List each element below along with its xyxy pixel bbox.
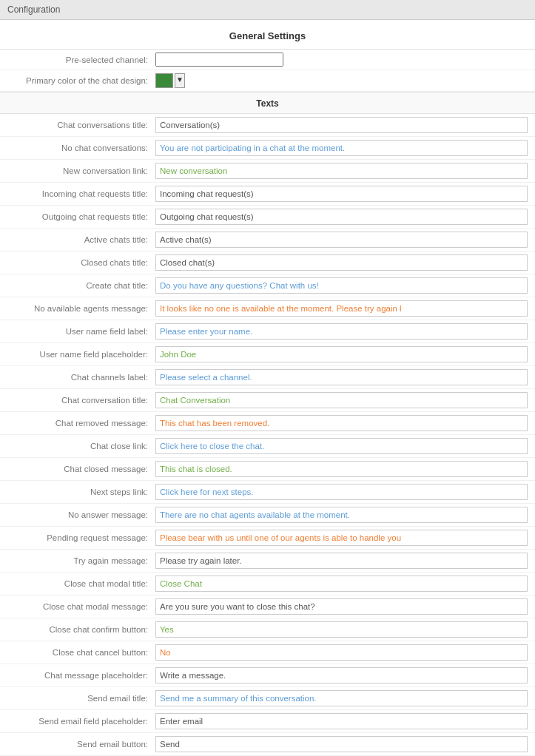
field-chat-close-link: [155, 438, 528, 454]
field-chat-conversations-title: [155, 117, 528, 133]
input-no-available-agents-message[interactable]: [155, 300, 528, 317]
input-close-chat-confirm-button[interactable]: [155, 621, 528, 638]
field-close-chat-cancel-button: [155, 644, 528, 661]
label-user-name-field-placeholder: User name field placeholder:: [7, 350, 155, 359]
field-send-email-field-placeholder: [155, 713, 528, 729]
preselected-channel-input[interactable]: [155, 53, 283, 67]
input-next-steps-link[interactable]: [155, 484, 528, 500]
text-field-row-try-again-message: Try again message:: [0, 550, 535, 573]
text-field-row-no-answer-message: No answer message:: [0, 504, 535, 527]
text-field-row-no-available-agents-message: No available agents message:: [0, 297, 535, 320]
field-send-email-title: [155, 690, 528, 706]
field-active-chats-title: [155, 232, 528, 248]
preselected-channel-row: Pre-selected channel:: [0, 50, 535, 70]
input-chat-close-link[interactable]: [155, 438, 528, 454]
label-chat-conversation-title: Chat conversation title:: [7, 396, 155, 405]
text-field-row-user-name-field-label: User name field label:: [0, 320, 535, 343]
label-close-chat-modal-message: Close chat modal message:: [7, 602, 155, 611]
label-user-name-field-label: User name field label:: [7, 327, 155, 336]
text-field-row-close-chat-modal-message: Close chat modal message:: [0, 595, 535, 618]
text-field-row-no-chat-conversations: No chat conversations:: [0, 137, 535, 160]
label-next-steps-link: Next steps link:: [7, 487, 155, 496]
preselected-channel-label: Pre-selected channel:: [7, 55, 155, 64]
input-close-chat-cancel-button[interactable]: [155, 644, 528, 661]
text-field-row-closed-chats-title: Closed chats title:: [0, 252, 535, 274]
text-field-row-chat-conversations-title: Chat conversations title:: [0, 114, 535, 137]
field-incoming-chat-requests-title: [155, 186, 528, 202]
text-field-row-chat-removed-message: Chat removed message:: [0, 412, 535, 435]
label-chat-removed-message: Chat removed message:: [7, 419, 155, 428]
label-close-chat-modal-title: Close chat modal title:: [7, 579, 155, 588]
color-picker[interactable]: ▼: [155, 73, 185, 88]
input-close-chat-modal-message[interactable]: [155, 598, 528, 615]
input-chat-conversations-title[interactable]: [155, 117, 528, 133]
text-fields-container: Chat conversations title:No chat convers…: [0, 114, 535, 756]
input-active-chats-title[interactable]: [155, 232, 528, 248]
text-field-row-chat-conversation-title: Chat conversation title:: [0, 389, 535, 412]
text-field-row-chat-message-placeholder: Chat message placeholder:: [0, 664, 535, 687]
input-chat-removed-message[interactable]: [155, 415, 528, 431]
input-new-conversation-link[interactable]: [155, 163, 528, 179]
input-chat-channels-label[interactable]: [155, 369, 528, 385]
field-next-steps-link: [155, 484, 528, 500]
color-dropdown-arrow[interactable]: ▼: [175, 73, 185, 88]
text-field-row-send-email-field-placeholder: Send email field placeholder:: [0, 710, 535, 733]
text-field-row-pending-request-message: Pending request message:: [0, 527, 535, 550]
field-outgoing-chat-requests-title: [155, 209, 528, 225]
label-closed-chats-title: Closed chats title:: [7, 258, 155, 267]
label-outgoing-chat-requests-title: Outgoing chat requests title:: [7, 212, 155, 221]
input-no-chat-conversations[interactable]: [155, 140, 528, 156]
label-new-conversation-link: New conversation link:: [7, 166, 155, 175]
input-closed-chats-title[interactable]: [155, 254, 528, 271]
input-close-chat-modal-title[interactable]: [155, 576, 528, 592]
input-outgoing-chat-requests-title[interactable]: [155, 209, 528, 225]
input-send-email-field-placeholder[interactable]: [155, 713, 528, 729]
field-new-conversation-link: [155, 163, 528, 179]
input-no-answer-message[interactable]: [155, 507, 528, 523]
label-active-chats-title: Active chats title:: [7, 235, 155, 244]
field-chat-channels-label: [155, 369, 528, 385]
field-send-email-button: [155, 736, 528, 752]
label-create-chat-title: Create chat title:: [7, 281, 155, 290]
text-field-row-create-chat-title: Create chat title:: [0, 274, 535, 297]
input-chat-message-placeholder[interactable]: [155, 667, 528, 684]
field-pending-request-message: [155, 530, 528, 546]
field-no-available-agents-message: [155, 300, 528, 317]
label-no-answer-message: No answer message:: [7, 510, 155, 519]
label-chat-closed-message: Chat closed message:: [7, 465, 155, 473]
color-swatch[interactable]: [155, 73, 173, 88]
field-close-chat-modal-title: [155, 576, 528, 592]
input-create-chat-title[interactable]: [155, 277, 528, 294]
input-send-email-button[interactable]: [155, 736, 528, 752]
label-pending-request-message: Pending request message:: [7, 533, 155, 542]
input-try-again-message[interactable]: [155, 553, 528, 569]
label-no-available-agents-message: No available agents message:: [7, 304, 155, 313]
input-user-name-field-label[interactable]: [155, 323, 528, 340]
text-field-row-send-email-button: Send email button:: [0, 733, 535, 756]
general-settings-title: General Settings: [0, 20, 535, 50]
primary-color-label: Primary color of the chat design:: [7, 76, 155, 85]
text-field-row-outgoing-chat-requests-title: Outgoing chat requests title:: [0, 206, 535, 229]
text-field-row-new-conversation-link: New conversation link:: [0, 160, 535, 183]
input-send-email-title[interactable]: [155, 690, 528, 706]
label-close-chat-confirm-button: Close chat confirm button:: [7, 625, 155, 634]
field-chat-closed-message: [155, 461, 528, 477]
label-send-email-field-placeholder: Send email field placeholder:: [7, 717, 155, 726]
label-try-again-message: Try again message:: [7, 556, 155, 565]
label-chat-conversations-title: Chat conversations title:: [7, 121, 155, 129]
input-pending-request-message[interactable]: [155, 530, 528, 546]
text-field-row-next-steps-link: Next steps link:: [0, 481, 535, 504]
label-chat-close-link: Chat close link:: [7, 442, 155, 450]
label-close-chat-cancel-button: Close chat cancel button:: [7, 648, 155, 657]
field-close-chat-confirm-button: [155, 621, 528, 638]
input-chat-closed-message[interactable]: [155, 461, 528, 477]
field-chat-removed-message: [155, 415, 528, 431]
input-incoming-chat-requests-title[interactable]: [155, 186, 528, 202]
text-field-row-incoming-chat-requests-title: Incoming chat requests title:: [0, 183, 535, 206]
label-chat-channels-label: Chat channels label:: [7, 373, 155, 382]
label-no-chat-conversations: No chat conversations:: [7, 144, 155, 152]
input-user-name-field-placeholder[interactable]: [155, 346, 528, 362]
text-field-row-chat-closed-message: Chat closed message:: [0, 458, 535, 481]
text-field-row-close-chat-modal-title: Close chat modal title:: [0, 573, 535, 595]
input-chat-conversation-title[interactable]: [155, 392, 528, 408]
